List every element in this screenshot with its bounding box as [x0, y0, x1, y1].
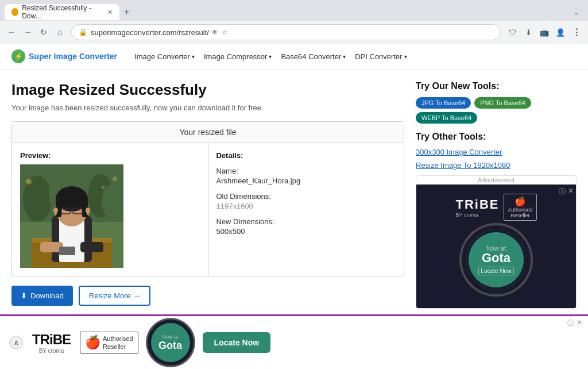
nav-item-base64-converter[interactable]: Base64 Converter ▾	[281, 52, 346, 61]
detail-old-row: Old Dimensions: 1197x1600	[216, 192, 396, 210]
sidebar-ad: Advertisement ⓘ ✕ TRiBE BY croma 🍎 Autho…	[416, 175, 577, 309]
bottom-apple-auth: 🍎 AuthorisedReseller	[80, 332, 138, 354]
sidebar-ad-content: ⓘ ✕ TRiBE BY croma 🍎 AuthorisedReseller	[416, 184, 576, 308]
chevron-down-icon: ▾	[192, 53, 195, 60]
bottom-tribe-name: TRiBE	[32, 332, 71, 348]
detail-name-key: Name:	[216, 167, 396, 175]
result-card-header: Your resized file	[12, 122, 404, 143]
nav-item-label: Base64 Converter	[281, 52, 341, 61]
preview-section: Preview:	[12, 143, 208, 276]
tribe-logo: TRiBE BY croma	[455, 197, 499, 218]
result-card: Your resized file Preview:	[11, 121, 404, 276]
tribe-header: TRiBE BY croma 🍎 AuthorisedReseller	[425, 194, 567, 221]
badge-png-base64[interactable]: PNG To Base64	[474, 97, 531, 109]
by-croma-text: BY croma	[455, 212, 499, 218]
svg-rect-23	[80, 242, 103, 252]
bottom-ad-info-icon[interactable]: ⓘ	[567, 318, 574, 328]
tab-bar: Resized Successfully - Dow... ✕ + ⌄	[0, 0, 588, 21]
bottom-ad-close-icon[interactable]: ✕	[577, 318, 582, 328]
badge-row-2: WEBP To Base64	[416, 112, 577, 124]
bottom-by-croma: BY croma	[39, 348, 64, 354]
ad-close-button[interactable]: ✕	[568, 187, 574, 195]
apple-icon: 🍎	[514, 196, 526, 207]
tab-title: Resized Successfully - Dow...	[22, 4, 100, 20]
preview-label: Preview:	[20, 151, 200, 160]
nav-item-label: Image Converter	[134, 52, 190, 61]
tool-link-1920x1080[interactable]: Resize Image To 1920x1080	[416, 161, 577, 170]
svg-point-20	[55, 213, 57, 215]
browser-controls: ← → ↻ ⌂ 🔒 superimageconverter.com/rszres…	[0, 21, 588, 44]
page-subtitle: Your image has been resized successfully…	[11, 103, 404, 112]
badge-jpg-base64[interactable]: JPG To Base64	[416, 97, 471, 109]
gota-badge-inner: Now at Gota Locate Now	[478, 245, 514, 275]
badge-row: JPG To Base64 PNG To Base64	[416, 97, 577, 109]
sidebar-new-tools-title: Try Our New Tools:	[416, 81, 577, 91]
lock-icon: 🔒	[79, 28, 87, 36]
cast-button[interactable]: 📺	[537, 25, 551, 39]
sidebar-ad-label: Advertisement	[416, 176, 576, 184]
eye-off-icon: 👁	[211, 28, 218, 36]
gota-badge: Now at Gota Locate Now	[462, 225, 531, 294]
tribe-name: TRiBE	[455, 197, 499, 212]
svg-point-21	[87, 213, 89, 215]
download-icon: ⬇	[21, 291, 27, 300]
authorised-text: AuthorisedReseller	[508, 207, 532, 218]
forward-button[interactable]: →	[21, 25, 34, 39]
details-label: Details:	[216, 151, 396, 160]
back-button[interactable]: ←	[5, 25, 18, 39]
sidebar-other-tools-title: Try Other Tools:	[416, 132, 577, 142]
chevron-down-icon: ▾	[404, 53, 407, 60]
bottom-gota-name: Gota	[158, 340, 182, 352]
badge-webp-base64[interactable]: WEBP To Base64	[416, 112, 477, 124]
detail-new-row: New Dimensions: 500x500	[216, 217, 396, 236]
bottom-gota-now-at: Now at	[163, 334, 179, 340]
svg-point-18	[53, 207, 58, 213]
download-button[interactable]: ⬇ Download	[11, 286, 73, 306]
ad-info-button[interactable]: ⓘ	[559, 187, 566, 197]
bottom-ad-controls: ⓘ ✕	[567, 318, 582, 328]
star-icon[interactable]: ☆	[222, 28, 228, 36]
svg-rect-24	[59, 247, 75, 255]
logo-icon: ⚡	[11, 49, 25, 63]
home-button[interactable]: ⌂	[53, 25, 67, 39]
gota-locate-btn[interactable]: Locate Now	[478, 267, 514, 275]
svg-point-5	[102, 184, 122, 219]
tab-close-button[interactable]: ✕	[107, 9, 113, 16]
nav-item-label: DPI Converter	[355, 52, 402, 61]
reload-button[interactable]: ↻	[37, 25, 51, 39]
detail-name-value: Arshmeet_Kaur_Hora.jpg	[216, 176, 396, 185]
profile-button[interactable]: 👤	[554, 25, 567, 39]
logo-area[interactable]: ⚡ Super Image Converter	[11, 49, 117, 63]
svg-point-19	[86, 207, 90, 213]
nav-item-image-converter[interactable]: Image Converter ▾	[134, 52, 195, 61]
chevron-down-icon: ▾	[269, 53, 272, 60]
more-options-button[interactable]: ⋮	[570, 25, 583, 39]
new-tab-button[interactable]: +	[119, 5, 134, 20]
detail-name-row: Name: Arshmeet_Kaur_Hora.jpg	[216, 167, 396, 185]
svg-point-25	[26, 179, 32, 184]
action-buttons: ⬇ Download Resize More →	[11, 286, 404, 306]
restore-window-button[interactable]: ⌄	[569, 9, 583, 16]
svg-point-27	[102, 186, 105, 189]
preview-image	[20, 164, 123, 268]
tool-link-300x300[interactable]: 300x300 Image Converter	[416, 148, 577, 156]
address-bar[interactable]: 🔒 superimageconverter.com/rszresult/ 👁 ☆	[71, 24, 501, 40]
chevron-down-icon: ▾	[343, 53, 346, 60]
result-card-body: Preview:	[12, 143, 404, 276]
content-left: Image Resized Successfuly Your image has…	[11, 81, 404, 354]
nav-item-dpi-converter[interactable]: DPI Converter ▾	[355, 52, 407, 61]
shield-icon[interactable]: 🛡	[505, 25, 519, 39]
download-manager-button[interactable]: ⬇	[521, 25, 535, 39]
apple-auth: 🍎 AuthorisedReseller	[504, 194, 536, 221]
bottom-apple-icon: 🍎	[85, 335, 100, 350]
detail-old-key: Old Dimensions:	[216, 192, 396, 201]
detail-new-value: 500x500	[216, 227, 396, 236]
nav-item-label: Image Compressor	[204, 52, 268, 61]
ad-collapse-button[interactable]: ∧	[9, 336, 23, 349]
active-tab[interactable]: Resized Successfully - Dow... ✕	[5, 4, 119, 20]
nav-item-image-compressor[interactable]: Image Compressor ▾	[204, 52, 272, 61]
detail-new-key: New Dimensions:	[216, 217, 396, 226]
resize-more-button[interactable]: Resize More →	[79, 286, 151, 306]
locate-now-button[interactable]: Locate Now	[203, 332, 271, 353]
details-section: Details: Name: Arshmeet_Kaur_Hora.jpg Ol…	[208, 143, 404, 276]
